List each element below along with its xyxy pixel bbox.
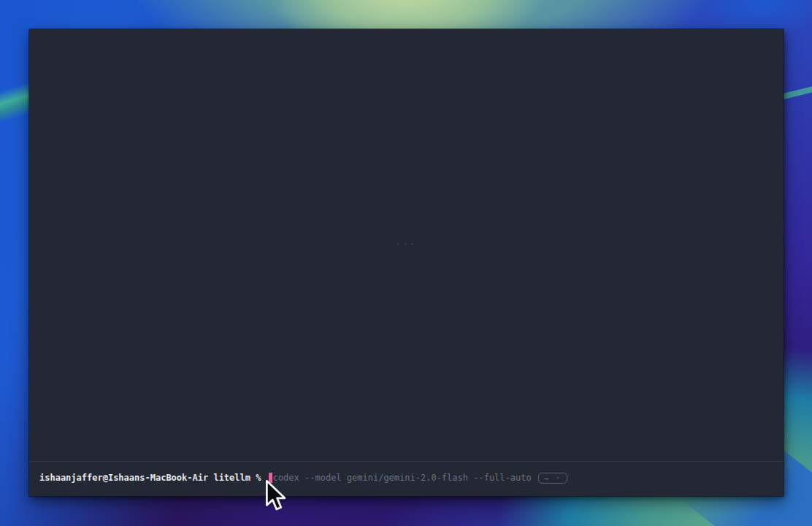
command-autosuggestion: codex --model gemini/gemini-2.0-flash --… [273,471,532,484]
text-cursor [269,473,272,483]
terminal-divider-line [29,461,784,462]
terminal-loading-ellipsis: ··· [396,240,417,249]
terminal-window[interactable]: ··· ishaanjaffer@Ishaans-MacBook-Air lit… [29,29,784,496]
shell-prompt: ishaanjaffer@Ishaans-MacBook-Air litellm… [39,471,267,484]
terminal-prompt-line[interactable]: ishaanjaffer@Ishaans-MacBook-Air litellm… [39,471,567,484]
accept-suggestion-hint-badge: → · [538,473,567,484]
